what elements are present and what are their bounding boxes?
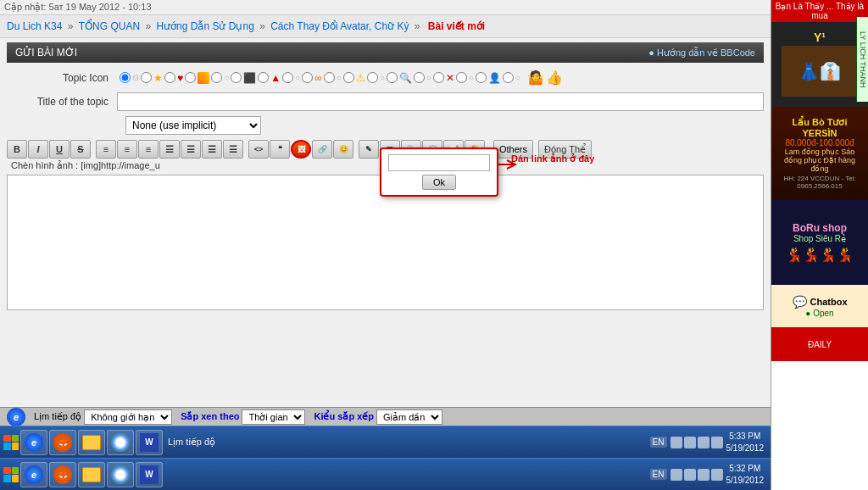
image-button[interactable]: 🖼	[291, 140, 311, 159]
top-bar: Cập nhật: 5ат 19 May 2012 - 10:13	[0, 0, 771, 15]
taskbar2-chrome-icon	[111, 465, 130, 484]
bottom-options-bar: e Lịm tiếp độ Không giới hạn Sắp xen the…	[0, 407, 771, 426]
sys-icons-2	[670, 469, 723, 481]
sidebar-chatbox[interactable]: 💬 Chatbox ● Open	[771, 285, 868, 327]
taskbar2-app-word[interactable]: W	[136, 462, 163, 487]
icon-radio-18[interactable]	[503, 72, 514, 83]
breadcrumb-current: Bài viết mới	[428, 20, 485, 32]
sort-by-dropdown-item: Sắp xen theo Thời gian	[181, 409, 305, 425]
icon-radio-10[interactable]	[324, 72, 335, 83]
align-left-button[interactable]: ≡	[96, 140, 116, 159]
dropdown-row: None (use implicit)	[125, 116, 764, 135]
icon-radio-9[interactable]	[302, 72, 313, 83]
link-button[interactable]: 🔗	[312, 140, 332, 159]
start-button[interactable]	[3, 435, 19, 450]
icon-radio-15[interactable]	[433, 72, 444, 83]
taskbar2-ff-icon: 🦊	[53, 465, 72, 484]
title-row: Title of the topic	[7, 92, 764, 111]
emoji-button[interactable]: 😊	[333, 140, 353, 159]
icon-radio-1[interactable]	[120, 72, 131, 83]
breadcrumb-link-2[interactable]: TỔNG QUAN	[79, 20, 140, 32]
icon-radio-13[interactable]	[387, 72, 398, 83]
sidebar-ad-block-2[interactable]: Lẩu Bò Tươi YERSÌN 80.000đ-100.000đ Lam …	[771, 107, 868, 200]
align-center-button[interactable]: ≡	[117, 140, 137, 159]
taskbar-word-icon: W	[140, 433, 159, 452]
code-button[interactable]: <>	[248, 140, 269, 159]
list-number-button[interactable]: ☰	[181, 140, 201, 159]
bottom-item-1: e	[7, 408, 25, 426]
taskbar2-app-chrome[interactable]	[107, 462, 134, 487]
ie-icon[interactable]: e	[7, 408, 25, 426]
taskbar2-app-firefox[interactable]: 🦊	[49, 462, 76, 487]
icon-radio-14[interactable]	[414, 72, 425, 83]
topic-icon-label: Topic Icon	[7, 72, 117, 84]
taskbar-app-word[interactable]: W	[136, 430, 163, 455]
title-input[interactable]	[117, 92, 764, 111]
taskbar-app-firefox[interactable]: 🦊	[49, 430, 76, 455]
editor-container: GỬI BÀI MỚI ● Hướng dẫn về BBCode Topic …	[0, 38, 771, 407]
icon-radio-2[interactable]	[141, 72, 152, 83]
taskbar-label: Lịm tiếp độ	[168, 437, 215, 448]
sys-icon-1	[670, 437, 682, 448]
popup-url-input[interactable]	[388, 154, 490, 171]
icon-radio-5[interactable]	[211, 72, 222, 83]
taskbar2-ie-icon: e	[25, 465, 43, 484]
icon-radio-4[interactable]	[185, 72, 196, 83]
breadcrumb: Du Lich K34 » TỔNG QUAN » Hướng Dẫn Sử D…	[0, 15, 771, 38]
time-display-1: 5:33 PM 5/19/2012	[726, 431, 765, 454]
icon-radio-12[interactable]	[367, 72, 378, 83]
sys-icon-6	[684, 469, 696, 481]
sys-icon-5	[670, 469, 682, 481]
outdent-button[interactable]: ☰	[223, 140, 243, 159]
font-dropdown[interactable]: None (use implicit)	[125, 116, 261, 135]
limit-dropdown-item: Lịm tiếp độ Không giới hạn	[34, 409, 172, 425]
sys-icon-8	[711, 469, 723, 481]
icon-radio-3[interactable]	[164, 72, 175, 83]
start-button-2[interactable]	[3, 467, 19, 482]
sys-icons-1	[670, 437, 723, 448]
indent-button[interactable]: ☰	[202, 140, 222, 159]
taskbar-app-folder[interactable]	[78, 430, 105, 455]
taskbar-ff-icon: 🦊	[53, 433, 72, 452]
icon-radio-7[interactable]	[258, 72, 269, 83]
icon-radio-6[interactable]	[231, 72, 242, 83]
sort-type-dropdown[interactable]: Giảm dần	[376, 409, 442, 425]
icon-radio-11[interactable]	[343, 72, 354, 83]
taskbar-app-ie[interactable]: e	[20, 430, 47, 455]
taskbar-1: e 🦊 W Lịm tiếp độ EN	[0, 426, 771, 458]
icon-radio-17[interactable]	[476, 72, 487, 83]
sidebar-daily[interactable]: ĐAILY	[771, 327, 868, 361]
sidebar-tab[interactable]: LY LICH THANH	[856, 17, 868, 102]
topic-icon-row: Topic Icon ⊙ ★ ♥ ○ ⬛ ▲	[7, 70, 764, 86]
taskbar-app-chrome[interactable]	[107, 430, 134, 455]
lang-badge-1: EN	[650, 437, 667, 448]
italic-button[interactable]: I	[28, 140, 48, 159]
list-bullet-button[interactable]: ☰	[159, 140, 180, 159]
align-right-button[interactable]: ≡	[138, 140, 159, 159]
img-popup: Ok	[380, 148, 498, 197]
breadcrumb-link-4[interactable]: Cách Thay Đổi Avatar, Chữ Ký	[270, 20, 409, 32]
quote-button[interactable]: ❝	[270, 140, 290, 159]
sort-by-dropdown[interactable]: Thời gian	[242, 409, 305, 425]
bbcode-link[interactable]: ● Hướng dẫn về BBCode	[648, 47, 755, 58]
sidebar-ad-block-1[interactable]: Y¹ 👗👔	[771, 22, 868, 107]
popup-ok-button[interactable]: Ok	[422, 175, 456, 190]
breadcrumb-link-1[interactable]: Du Lich K34	[7, 20, 62, 32]
bold-button[interactable]: B	[7, 140, 27, 159]
taskbar2-app-ie[interactable]: e	[20, 462, 47, 487]
breadcrumb-link-3[interactable]: Hướng Dẫn Sử Dụng	[156, 20, 253, 32]
taskbar-folder-icon	[82, 435, 101, 450]
sys-icon-3	[698, 437, 709, 448]
icon-radio-8[interactable]	[282, 72, 293, 83]
time-display-2: 5:32 PM 5/19/2012	[726, 463, 765, 487]
misc-button1[interactable]: ✎	[359, 140, 379, 159]
sys-icon-7	[698, 469, 709, 481]
img-insert-area: Chèn hình ảnh : [img]http://image_u Ok D…	[7, 160, 764, 171]
strikethrough-button[interactable]: S	[70, 140, 91, 159]
taskbar2-app-folder[interactable]	[78, 462, 105, 487]
img-insert-label: Chèn hình ảnh : [img]http://image_u	[11, 160, 160, 171]
icon-radio-16[interactable]	[456, 72, 467, 83]
limit-dropdown[interactable]: Không giới hạn	[84, 409, 172, 425]
sidebar-ad-block-3[interactable]: BoRu shop Shop Siêu Rẻ 💃💃💃💃	[771, 200, 868, 285]
underline-button[interactable]: U	[49, 140, 70, 159]
